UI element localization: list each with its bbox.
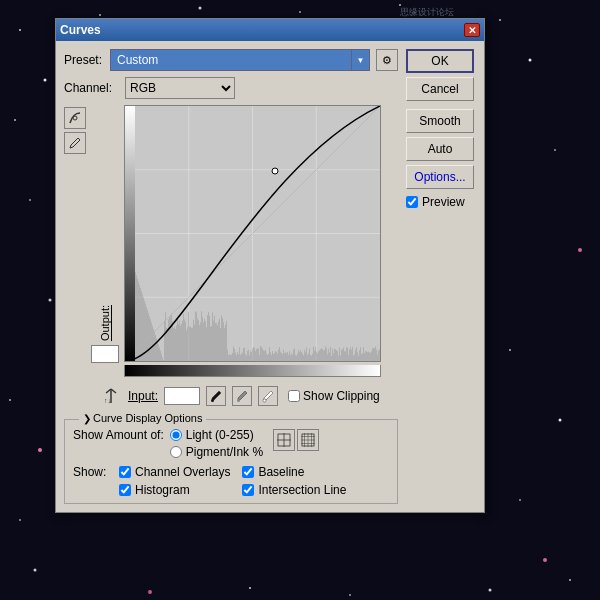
- black-eyedropper-btn[interactable]: [206, 386, 226, 406]
- preview-checkbox[interactable]: [406, 196, 418, 208]
- svg-point-26: [249, 587, 251, 589]
- white-eyedropper-btn[interactable]: [258, 386, 278, 406]
- svg-point-25: [148, 590, 152, 594]
- collapse-icon[interactable]: ❯: [83, 413, 91, 424]
- show-label: Show:: [73, 465, 115, 479]
- dropdown-arrow-icon: ▼: [357, 56, 365, 65]
- svg-point-17: [543, 558, 547, 562]
- channel-select[interactable]: RGB Red Green Blue: [125, 77, 235, 99]
- preset-label: Preset:: [64, 53, 104, 67]
- svg-point-37: [263, 399, 266, 402]
- output-area: Output: 0: [90, 105, 120, 365]
- left-panel: Preset: Custom ▼ ⚙ Channel: RGB: [64, 49, 398, 504]
- svg-point-36: [237, 399, 240, 402]
- auto-button[interactable]: Auto: [406, 137, 474, 161]
- curve-display-title: Curve Display Options: [93, 412, 202, 424]
- pigment-option-label: Pigment/Ink %: [186, 445, 263, 459]
- svg-point-19: [99, 14, 101, 16]
- svg-point-5: [49, 299, 52, 302]
- pigment-option: Pigment/Ink %: [170, 445, 263, 459]
- curve-tool-btn[interactable]: [64, 107, 86, 129]
- svg-point-1: [19, 29, 21, 31]
- intersection-checkbox[interactable]: [242, 484, 254, 496]
- intersection-label: Intersection Line: [258, 483, 346, 497]
- svg-point-11: [529, 59, 532, 62]
- dialog-title: Curves: [60, 23, 101, 37]
- close-button[interactable]: ✕: [464, 23, 480, 37]
- show-clipping-label: Show Clipping: [303, 389, 380, 403]
- baseline-label: Baseline: [258, 465, 304, 479]
- adjust-icon[interactable]: ↑↓: [100, 385, 122, 407]
- curve-display-options: ❯ Curve Display Options Show Amount of: …: [64, 419, 398, 504]
- title-bar: Curves ✕: [56, 19, 484, 41]
- simple-grid-btn[interactable]: [273, 429, 295, 451]
- input-label: Input:: [128, 389, 158, 403]
- baseline-checkbox[interactable]: [242, 466, 254, 478]
- svg-point-3: [14, 119, 16, 121]
- output-label: Output:: [99, 305, 111, 341]
- show-options-row: Show: Channel Overlays Histogram: [73, 465, 389, 497]
- detailed-grid-btn[interactable]: [297, 429, 319, 451]
- gray-eyedropper-btn[interactable]: [232, 386, 252, 406]
- svg-text:↑↓: ↑↓: [104, 397, 111, 404]
- pencil-tool-btn[interactable]: [64, 132, 86, 154]
- curve-grid-wrapper: [124, 105, 381, 365]
- close-icon: ✕: [468, 25, 476, 36]
- svg-point-15: [559, 419, 562, 422]
- baseline-option: Baseline: [242, 465, 346, 479]
- svg-point-10: [499, 19, 501, 21]
- svg-point-20: [199, 7, 202, 10]
- preset-dropdown-arrow[interactable]: ▼: [352, 49, 370, 71]
- gradient-bar-bottom: [124, 365, 381, 377]
- channel-overlays-option: Channel Overlays: [119, 465, 230, 479]
- svg-point-22: [399, 4, 401, 6]
- preset-value: Custom: [117, 53, 158, 67]
- cancel-button[interactable]: Cancel: [406, 77, 474, 101]
- ok-button[interactable]: OK: [406, 49, 474, 73]
- input-value[interactable]: 0: [164, 387, 200, 405]
- smooth-button[interactable]: Smooth: [406, 109, 474, 133]
- black-eyedropper-icon: [209, 389, 223, 403]
- svg-point-18: [569, 579, 571, 581]
- channel-label: Channel:: [64, 81, 119, 95]
- gray-eyedropper-icon: [235, 389, 249, 403]
- output-value[interactable]: 0: [91, 345, 119, 363]
- show-checkboxes-col2: Baseline Intersection Line: [242, 465, 346, 497]
- svg-point-7: [38, 448, 42, 452]
- svg-point-13: [578, 248, 582, 252]
- curve-canvas[interactable]: [124, 105, 381, 362]
- histogram-checkbox[interactable]: [119, 484, 131, 496]
- show-amount-row: Show Amount of: Light (0-255) Pigment/In…: [73, 428, 389, 459]
- preview-row: Preview: [406, 195, 476, 209]
- show-clipping-checkbox[interactable]: [288, 390, 300, 402]
- light-radio[interactable]: [170, 429, 182, 441]
- light-option-label: Light (0-255): [186, 428, 254, 442]
- preset-row: Preset: Custom ▼ ⚙: [64, 49, 398, 71]
- gear-icon: ⚙: [382, 54, 392, 67]
- curve-canvas-area: Output: 0: [90, 105, 381, 377]
- channel-overlays-checkbox[interactable]: [119, 466, 131, 478]
- svg-point-14: [509, 349, 511, 351]
- channel-row: Channel: RGB Red Green Blue: [64, 77, 398, 99]
- amount-radio-group: Light (0-255) Pigment/Ink %: [170, 428, 263, 459]
- svg-point-12: [554, 149, 556, 151]
- svg-point-23: [489, 589, 492, 592]
- input-tools-row: ↑↓ Input: 0: [100, 385, 398, 407]
- white-eyedropper-icon: [261, 389, 275, 403]
- histogram-label: Histogram: [135, 483, 190, 497]
- preset-select[interactable]: Custom: [110, 49, 352, 71]
- options-button[interactable]: Options...: [406, 165, 474, 189]
- svg-point-9: [34, 569, 37, 572]
- svg-point-16: [519, 499, 521, 501]
- intersection-option: Intersection Line: [242, 483, 346, 497]
- preview-label: Preview: [422, 195, 465, 209]
- pigment-radio[interactable]: [170, 446, 182, 458]
- show-checkboxes-col: Channel Overlays Histogram: [119, 465, 230, 497]
- show-amount-label: Show Amount of:: [73, 428, 164, 442]
- grid-buttons: [273, 429, 319, 451]
- svg-point-2: [44, 79, 47, 82]
- channel-overlays-label: Channel Overlays: [135, 465, 230, 479]
- svg-point-6: [9, 399, 11, 401]
- svg-point-21: [299, 11, 301, 13]
- preset-options-btn[interactable]: ⚙: [376, 49, 398, 71]
